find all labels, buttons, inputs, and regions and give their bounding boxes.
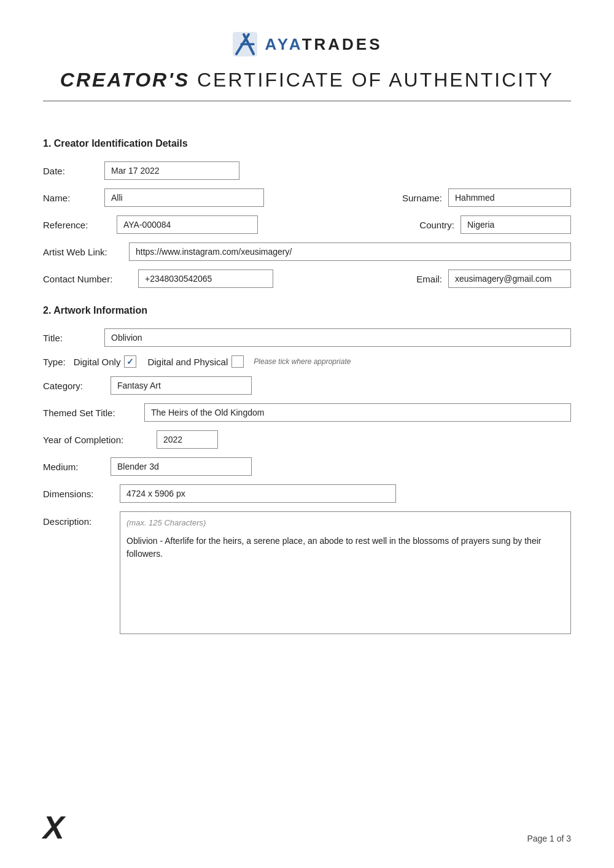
logo-aya: AYA: [265, 35, 301, 53]
ref-country-split: Reference: AYA-000084 Country: Nigeria: [43, 215, 571, 234]
country-right: Country: Nigeria: [419, 215, 571, 234]
country-field[interactable]: Nigeria: [460, 215, 571, 234]
type-option2: Digital and Physical: [147, 355, 244, 368]
surname-field[interactable]: Hahmmed: [448, 188, 571, 207]
contact-left: Contact Number: +2348030542065: [43, 269, 404, 288]
medium-label: Medium:: [43, 462, 104, 472]
type-option1-checkbox[interactable]: [124, 355, 136, 368]
reference-country-row: Reference: AYA-000084 Country: Nigeria: [43, 215, 571, 234]
category-label: Category:: [43, 381, 104, 391]
dimensions-row: Dimensions: 4724 x 5906 px: [43, 484, 571, 503]
description-placeholder: (max. 125 Characters): [126, 518, 206, 527]
description-field[interactable]: (max. 125 Characters) Oblivion - Afterli…: [120, 511, 571, 634]
country-label: Country:: [419, 220, 454, 230]
name-surname-split: Name: Alli Surname: Hahmmed: [43, 188, 571, 207]
surname-right: Surname: Hahmmed: [402, 188, 571, 207]
type-note: Please tick where appropriate: [254, 357, 351, 366]
weblink-field[interactable]: https://www.instagram.com/xeusimagery/: [129, 242, 571, 261]
description-label: Description:: [43, 516, 114, 527]
description-text: Oblivion - Afterlife for the heirs, a se…: [126, 535, 564, 560]
page: AYATRADES CREATOR'S CERTIFICATE OF AUTHE…: [0, 0, 614, 868]
page-info: Page 1 of 3: [527, 834, 571, 843]
date-label: Date:: [43, 166, 98, 176]
contact-email-split: Contact Number: +2348030542065 Email: xe…: [43, 269, 571, 288]
reference-field[interactable]: AYA-000084: [117, 215, 258, 234]
section2-heading: 2. Artwork Information: [43, 305, 571, 316]
type-option2-checkbox[interactable]: [231, 355, 244, 368]
category-row: Category: Fantasy Art: [43, 376, 571, 395]
name-surname-row: Name: Alli Surname: Hahmmed: [43, 188, 571, 207]
themed-label: Themed Set Title:: [43, 408, 138, 418]
artwork-title-field[interactable]: Oblivion: [104, 328, 571, 347]
year-field[interactable]: 2022: [157, 430, 218, 449]
artwork-title-row: Title: Oblivion: [43, 328, 571, 347]
date-row: Date: Mar 17 2022: [43, 161, 571, 180]
section1-heading: 1. Creator Identification Details: [43, 138, 571, 149]
contact-email-row: Contact Number: +2348030542065 Email: xe…: [43, 269, 571, 288]
page-title: CREATOR'S CERTIFICATE OF AUTHENTICITY: [60, 69, 554, 91]
themed-field[interactable]: The Heirs of the Old Kingdom: [144, 403, 571, 422]
type-option1-label: Digital Only: [74, 357, 121, 367]
name-label: Name:: [43, 193, 98, 203]
category-field[interactable]: Fantasy Art: [111, 376, 252, 395]
x-mark: X: [43, 812, 64, 843]
type-row: Type: Digital Only Digital and Physical …: [43, 355, 571, 368]
section2: 2. Artwork Information Title: Oblivion T…: [43, 305, 571, 634]
contact-label: Contact Number:: [43, 274, 132, 284]
ayatrades-logo-icon: [231, 31, 258, 58]
weblink-row: Artist Web Link: https://www.instagram.c…: [43, 242, 571, 261]
contact-field[interactable]: +2348030542065: [138, 269, 273, 288]
footer: X Page 1 of 3: [43, 812, 571, 843]
header: AYATRADES CREATOR'S CERTIFICATE OF AUTHE…: [43, 31, 571, 120]
description-row: Description: (max. 125 Characters) Obliv…: [43, 511, 571, 634]
type-label: Type:: [43, 357, 66, 367]
year-label: Year of Completion:: [43, 435, 150, 445]
type-option2-label: Digital and Physical: [147, 357, 228, 367]
title-divider: [43, 101, 571, 101]
name-left: Name: Alli: [43, 188, 390, 207]
date-field[interactable]: Mar 17 2022: [104, 161, 239, 180]
surname-label: Surname:: [402, 193, 442, 203]
year-row: Year of Completion: 2022: [43, 430, 571, 449]
email-right: Email: xeusimagery@gmail.com: [416, 269, 571, 288]
medium-row: Medium: Blender 3d: [43, 457, 571, 476]
section1: 1. Creator Identification Details Date: …: [43, 138, 571, 288]
email-field[interactable]: xeusimagery@gmail.com: [448, 269, 571, 288]
dimensions-field[interactable]: 4724 x 5906 px: [120, 484, 396, 503]
reference-label: Reference:: [43, 220, 111, 230]
weblink-label: Artist Web Link:: [43, 247, 123, 257]
artwork-title-label: Title:: [43, 333, 98, 343]
medium-field[interactable]: Blender 3d: [111, 457, 252, 476]
themed-row: Themed Set Title: The Heirs of the Old K…: [43, 403, 571, 422]
name-field[interactable]: Alli: [104, 188, 264, 207]
dimensions-label: Dimensions:: [43, 489, 114, 499]
type-option1: Digital Only: [74, 355, 137, 368]
logo-trades: TRADES: [302, 35, 383, 53]
logo-area: AYATRADES: [231, 31, 382, 58]
ref-left: Reference: AYA-000084: [43, 215, 407, 234]
logo-text: AYATRADES: [265, 35, 382, 54]
email-label: Email:: [416, 274, 442, 284]
